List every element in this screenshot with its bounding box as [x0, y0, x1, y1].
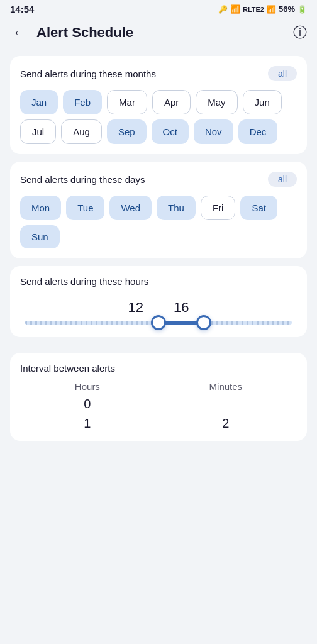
wifi-icon: 📶	[230, 4, 240, 14]
info-button[interactable]: ⓘ	[293, 23, 307, 42]
minutes-column: Minutes 0 2	[209, 381, 243, 431]
interval-section: Interval between alerts Hours 0 1 Minute…	[10, 353, 307, 441]
month-chip-apr[interactable]: Apr	[152, 90, 191, 114]
day-chip-thu[interactable]: Thu	[157, 196, 196, 220]
day-chip-mon[interactable]: Mon	[20, 196, 61, 220]
month-chip-nov[interactable]: Nov	[194, 119, 233, 144]
minutes-next-value: 2	[222, 416, 229, 431]
days-section: Send alerts during these days all MonTue…	[10, 162, 307, 258]
interval-columns: Hours 0 1 Minutes 0 2	[20, 381, 297, 431]
slider-thumb-start[interactable]	[151, 315, 166, 330]
hours-next-value: 1	[84, 416, 91, 431]
signal-icon: 📶	[267, 5, 276, 14]
month-chip-sep[interactable]: Sep	[107, 119, 147, 144]
days-chip-grid: MonTueWedThuFriSatSun	[20, 196, 297, 248]
month-chip-oct[interactable]: Oct	[152, 119, 189, 144]
hours-column: Hours 0 1	[75, 381, 100, 431]
back-button[interactable]: ←	[10, 22, 29, 43]
months-chip-grid: JanFebMarAprMayJunJulAugSepOctNovDec	[20, 90, 297, 144]
status-icons: 🔑 📶 RLTE2 📶 56% 🔋	[218, 4, 307, 14]
days-all-button[interactable]: all	[268, 172, 297, 187]
key-icon: 🔑	[218, 5, 228, 14]
month-chip-jul[interactable]: Jul	[20, 119, 56, 144]
hours-section: Send alerts during these hours 12 16	[10, 266, 307, 337]
divider-hours	[10, 345, 307, 345]
month-chip-mar[interactable]: Mar	[107, 90, 147, 114]
lte-icon: RLTE2	[243, 6, 264, 13]
content: Send alerts during these months all JanF…	[0, 51, 317, 453]
month-chip-may[interactable]: May	[196, 90, 237, 114]
status-bar: 14:54 🔑 📶 RLTE2 📶 56% 🔋	[0, 0, 317, 17]
days-section-header: Send alerts during these days all	[20, 172, 297, 187]
status-time: 14:54	[10, 4, 34, 14]
month-chip-feb[interactable]: Feb	[63, 90, 102, 114]
month-chip-dec[interactable]: Dec	[238, 119, 278, 144]
months-all-button[interactable]: all	[268, 66, 297, 81]
day-chip-sun[interactable]: Sun	[20, 225, 60, 248]
page-title: Alert Schedule	[36, 25, 286, 41]
hours-label: Send alerts during these hours	[20, 276, 297, 287]
months-label: Send alerts during these months	[20, 69, 156, 79]
month-chip-aug[interactable]: Aug	[61, 119, 102, 144]
month-chip-jan[interactable]: Jan	[20, 90, 58, 114]
months-section-header: Send alerts during these months all	[20, 66, 297, 81]
battery-label: 56%	[279, 4, 295, 14]
slider-start-value: 12	[128, 299, 143, 316]
interval-title: Interval between alerts	[20, 363, 297, 374]
battery-icon: 🔋	[298, 5, 307, 14]
hours-current-value: 0	[84, 397, 91, 411]
day-chip-sat[interactable]: Sat	[240, 196, 277, 220]
hours-column-header: Hours	[75, 381, 100, 392]
day-chip-tue[interactable]: Tue	[66, 196, 104, 220]
slider-thumb-end[interactable]	[196, 315, 211, 330]
slider-container	[20, 321, 297, 325]
days-label: Send alerts during these days	[20, 174, 145, 185]
months-section: Send alerts during these months all JanF…	[10, 56, 307, 154]
month-chip-jun[interactable]: Jun	[243, 90, 282, 114]
slider-end-value: 16	[174, 299, 189, 316]
header: ← Alert Schedule ⓘ	[0, 17, 317, 51]
slider-values: 12 16	[20, 299, 297, 316]
minutes-column-header: Minutes	[209, 381, 243, 392]
day-chip-wed[interactable]: Wed	[109, 196, 152, 220]
slider-track	[25, 321, 292, 325]
day-chip-fri[interactable]: Fri	[201, 196, 236, 220]
